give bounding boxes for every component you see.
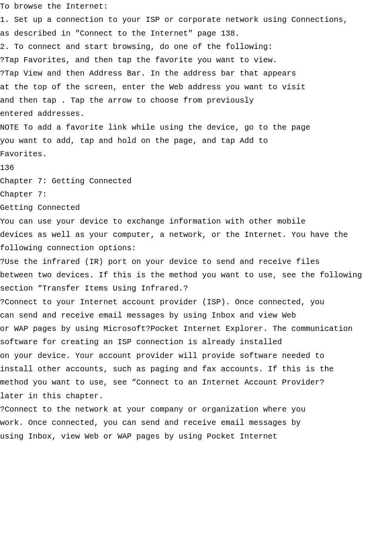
text-line: ?Tap View and then Address Bar. In the a… <box>0 67 392 80</box>
text-line: ?Connect to the network at your company … <box>0 403 392 416</box>
text-line: NOTE To add a favorite link while using … <box>0 121 392 134</box>
text-line: later in this chapter. <box>0 390 392 403</box>
text-line: You can use your device to exchange info… <box>0 215 392 228</box>
text-line: entered addresses. <box>0 107 392 121</box>
text-line: on your device. Your account provider wi… <box>0 349 392 363</box>
text-line: Chapter 7: <box>0 188 392 201</box>
text-line: ?Connect to your Internet account provid… <box>0 296 392 309</box>
text-line: install other accounts, such as paging a… <box>0 363 392 376</box>
text-line: section “Transfer Items Using Infrared.? <box>0 282 392 295</box>
text-line: Chapter 7: Getting Connected <box>0 175 392 188</box>
document-body: To browse the Internet:1. Set up a conne… <box>0 0 392 443</box>
text-line: can send and receive email messages by u… <box>0 309 392 322</box>
text-line: Favorites. <box>0 148 392 161</box>
text-line: between two devices. If this is the meth… <box>0 269 392 282</box>
text-line: software for creating an ISP connection … <box>0 336 392 349</box>
text-line: devices as well as your computer, a netw… <box>0 228 392 242</box>
text-line: Getting Connected <box>0 201 392 215</box>
text-line: method you want to use, see “Connect to … <box>0 376 392 389</box>
text-line: following connection options: <box>0 242 392 255</box>
text-line: 2. To connect and start browsing, do one… <box>0 40 392 54</box>
text-line: you want to add, tap and hold on the pag… <box>0 134 392 148</box>
text-line: To browse the Internet: <box>0 0 392 13</box>
text-line: using Inbox, view Web or WAP pages by us… <box>0 430 392 443</box>
text-line: ?Use the infrared (IR) port on your devi… <box>0 255 392 269</box>
text-line: ?Tap Favorites, and then tap the favorit… <box>0 54 392 67</box>
text-line: at the top of the screen, enter the Web … <box>0 81 392 94</box>
text-line: and then tap . Tap the arrow to choose f… <box>0 94 392 107</box>
text-line: work. Once connected, you can send and r… <box>0 416 392 430</box>
text-line: as described in "Connect to the Internet… <box>0 27 392 40</box>
text-line: 136 <box>0 161 392 175</box>
text-line: or WAP pages by using Microsoft?Pocket I… <box>0 322 392 336</box>
text-line: 1. Set up a connection to your ISP or co… <box>0 13 392 27</box>
